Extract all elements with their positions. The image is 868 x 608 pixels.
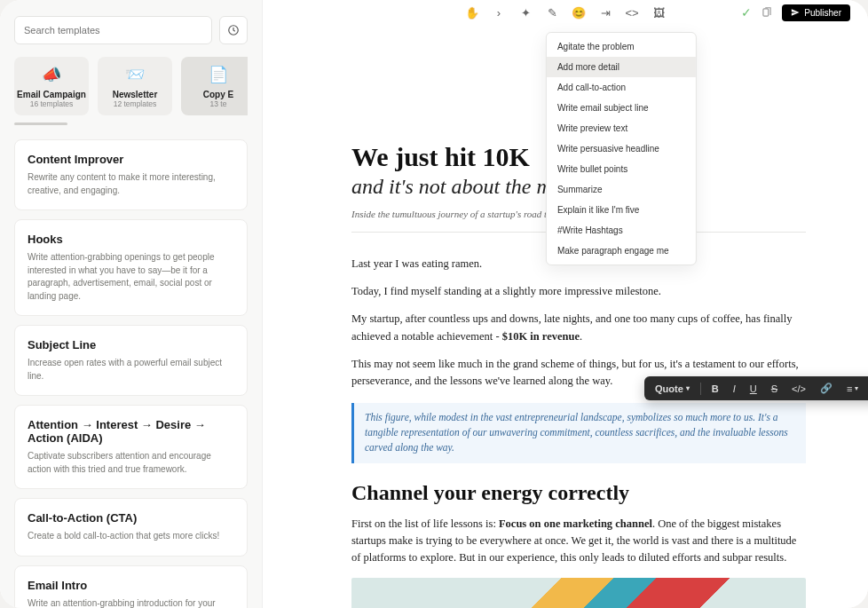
tool-desc: Increase open rates with a powerful emai…	[28, 357, 234, 383]
send-icon	[791, 8, 800, 17]
bolt-icon[interactable]: ⇥	[598, 5, 612, 20]
history-button[interactable]	[219, 16, 248, 44]
quote-block[interactable]: This figure, while modest in the vast en…	[351, 403, 806, 463]
tool-title: Call-to-Action (CTA)	[28, 511, 234, 525]
paragraph[interactable]: First on the list of life lessons is: Fo…	[351, 516, 806, 567]
tool-title: Hooks	[28, 233, 234, 246]
emoji-icon[interactable]: 😊	[572, 5, 586, 20]
dropdown-item-eli5[interactable]: Explain it like I'm five	[547, 200, 696, 220]
megaphone-icon: 📣	[42, 65, 61, 84]
strike-button[interactable]: S	[766, 381, 783, 397]
quote-text: This figure, while modest in the vast en…	[365, 410, 795, 456]
code-icon[interactable]: <>	[625, 5, 639, 20]
text-run: .	[580, 330, 582, 343]
search-input[interactable]	[14, 16, 212, 44]
block-type-label: Quote	[655, 383, 683, 394]
dropdown-item-preview-text[interactable]: Write preview text	[547, 118, 696, 138]
tool-hooks[interactable]: Hooks Write attention-grabbing openings …	[14, 219, 248, 316]
check-icon[interactable]: ✓	[741, 5, 752, 20]
tool-title: Email Intro	[28, 579, 234, 592]
newsletter-icon: 📨	[125, 65, 145, 84]
main-editor: ✋ › ✦ ✎ 😊 ⇥ <> 🖼 ✓ Publisher	[263, 0, 868, 608]
tool-aida[interactable]: Attention → Interest → Desire → Action (…	[14, 405, 248, 489]
dropdown-item-add-detail[interactable]: Add more detail	[547, 57, 696, 77]
template-title: Newsletter	[113, 90, 158, 99]
dropdown-item-subject-line[interactable]: Write email subject line	[547, 98, 696, 118]
block-type-button[interactable]: Quote ▾	[650, 381, 695, 397]
tool-list: Content Improver Rewrite any content to …	[14, 139, 248, 608]
horizontal-scrollbar[interactable]	[14, 122, 67, 125]
embedded-image[interactable]	[351, 578, 806, 608]
template-sub: 16 templates	[30, 99, 74, 108]
image-icon[interactable]: 🖼	[651, 5, 666, 20]
svg-rect-1	[763, 9, 769, 16]
history-icon	[227, 24, 240, 36]
underline-button[interactable]: U	[745, 381, 762, 397]
dropdown-item-hashtags[interactable]: #Write Hashtags	[547, 220, 696, 241]
paragraph[interactable]: My startup, after countless ups and down…	[351, 311, 806, 345]
paragraph[interactable]: Today, I find myself standing at a sligh…	[351, 283, 806, 300]
template-card-copy[interactable]: 📄 Copy E 13 te	[181, 57, 248, 115]
tool-cta[interactable]: Call-to-Action (CTA) Create a bold call-…	[14, 498, 248, 557]
tool-content-improver[interactable]: Content Improver Rewrite any content to …	[14, 139, 248, 210]
chevron-down-icon: ▾	[686, 384, 690, 392]
publisher-label: Publisher	[804, 8, 841, 18]
dropdown-item-bullets[interactable]: Write bullet points	[547, 159, 696, 179]
dropdown-item-agitate[interactable]: Agitate the problem	[547, 36, 696, 57]
forward-icon[interactable]: ›	[492, 5, 506, 20]
heading-2[interactable]: Channel your energy correctly	[351, 481, 806, 505]
toolbar-center: ✋ › ✦ ✎ 😊 ⇥ <> 🖼	[465, 5, 666, 20]
text-run: First on the list of life lessons is:	[351, 517, 499, 530]
tool-title: Attention → Interest → Desire → Action (…	[28, 418, 234, 445]
template-card-newsletter[interactable]: 📨 Newsletter 12 templates	[98, 57, 172, 115]
tool-desc: Create a bold call-to-action that gets m…	[28, 530, 234, 543]
dropdown-item-persuasive-headline[interactable]: Write persuasive headline	[547, 138, 696, 159]
wand-icon[interactable]: ✎	[545, 5, 559, 20]
hand-icon[interactable]: ✋	[465, 5, 479, 20]
bold-run: Focus on one marketing channel	[499, 517, 652, 530]
chevron-down-icon: ▾	[855, 384, 858, 392]
publisher-button[interactable]: Publisher	[782, 4, 850, 21]
ai-actions-dropdown: Agitate the problem Add more detail Add …	[546, 32, 697, 265]
tool-desc: Write an attention-grabbing introduction…	[28, 597, 234, 609]
tool-desc: Captivate subscribers attention and enco…	[28, 450, 234, 476]
dropdown-item-add-cta[interactable]: Add call-to-action	[547, 77, 696, 98]
template-title: Email Campaign	[17, 90, 86, 99]
template-sub: 13 te	[210, 99, 227, 108]
tool-desc: Rewrite any content to make it more inte…	[28, 171, 234, 197]
sparkle-icon[interactable]: ✦	[518, 5, 533, 20]
tool-desc: Write attention-grabbing openings to get…	[28, 251, 234, 303]
copy-icon: 📄	[209, 65, 228, 84]
align-button[interactable]: ≡▾	[841, 381, 864, 397]
code-button[interactable]: </>	[786, 381, 811, 397]
template-card-email-campaign[interactable]: 📣 Email Campaign 16 templates	[14, 57, 89, 115]
selection-toolbar: Quote ▾ B I U S </> 🔗 ≡▾ A▾ {x} 💬	[644, 376, 868, 400]
tool-email-intro[interactable]: Email Intro Write an attention-grabbing …	[14, 565, 248, 609]
tool-subject-line[interactable]: Subject Line Increase open rates with a …	[14, 325, 248, 396]
dropdown-item-engage[interactable]: Make paragraph engage me	[547, 241, 696, 261]
italic-button[interactable]: I	[728, 381, 741, 397]
tool-title: Content Improver	[28, 153, 234, 166]
separator	[700, 383, 701, 395]
sidebar: 📣 Email Campaign 16 templates 📨 Newslett…	[0, 0, 263, 608]
bold-run: $10K in revenue	[502, 330, 580, 343]
bold-button[interactable]: B	[706, 381, 724, 397]
copy-out-icon[interactable]	[761, 6, 773, 19]
dropdown-item-summarize[interactable]: Summarize	[547, 179, 696, 200]
link-button[interactable]: 🔗	[815, 380, 838, 397]
template-title: Copy E	[203, 90, 233, 99]
tool-title: Subject Line	[28, 338, 234, 351]
template-cards[interactable]: 📣 Email Campaign 16 templates 📨 Newslett…	[14, 57, 248, 115]
search-row	[14, 16, 248, 44]
template-sub: 12 templates	[114, 99, 157, 108]
toolbar-right: ✓ Publisher	[741, 4, 850, 21]
